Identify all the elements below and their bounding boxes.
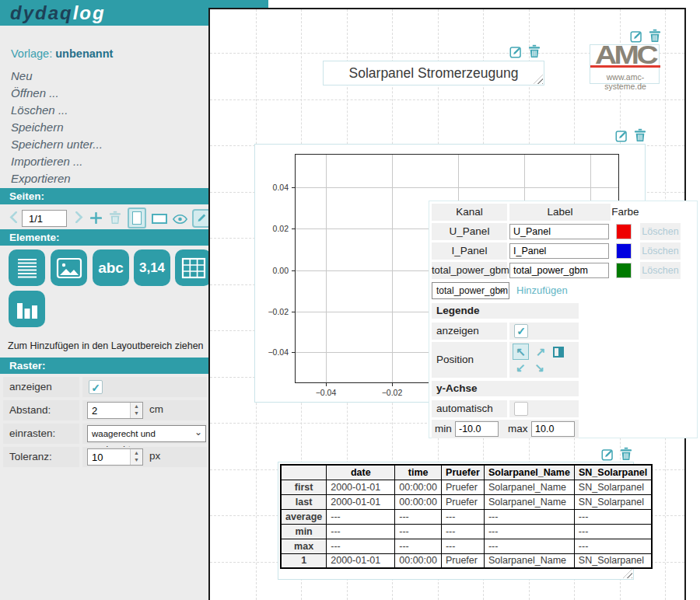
trash-icon[interactable]	[620, 447, 632, 461]
edit-icon[interactable]	[630, 30, 643, 43]
channel-name: I_Panel	[432, 242, 507, 260]
position-outside-button legend-outside-icon[interactable]	[553, 347, 564, 358]
edit-icon[interactable]	[601, 448, 614, 461]
row-label: max	[281, 539, 327, 553]
menu-item-loeschen[interactable]: Löschen ...	[11, 102, 113, 119]
landscape-orientation-toggle[interactable]	[152, 214, 167, 224]
channel-select[interactable]: total_power_gbm ⌄	[432, 282, 509, 299]
page-prev-button[interactable]	[9, 211, 18, 223]
row-label: average	[281, 509, 327, 524]
yaxis-auto-checkbox[interactable]	[514, 402, 528, 416]
yaxis-min-input[interactable]	[455, 421, 499, 437]
menu-item-exportieren[interactable]: Exportieren	[11, 170, 113, 187]
drag-hint-text: Zum Hinzufügen in den Layoutbereich zieh…	[8, 340, 212, 351]
yaxis-max-input[interactable]	[531, 421, 575, 437]
tick-mark	[292, 352, 295, 353]
trash-icon[interactable]	[634, 128, 646, 142]
x-axis-tick-label: −0.04	[316, 388, 337, 397]
grid-snap-select[interactable]: waagerecht und senkrecht ⌄	[87, 425, 206, 442]
page-next-button[interactable]	[75, 211, 83, 223]
statistics-table: date time Pruefer Solarpanel_Name SN_Sol…	[280, 464, 653, 569]
table-cell: Pruefer	[441, 480, 484, 494]
grid-show-row: anzeigen ✓	[3, 377, 205, 397]
legend-show-cell: ✓	[509, 323, 579, 340]
resize-handle[interactable]	[623, 569, 632, 578]
add-page-icon[interactable]	[90, 212, 102, 224]
element-tile-text[interactable]: abc	[93, 249, 129, 286]
spinner-arrows-icon[interactable]: ▲▼	[130, 449, 142, 465]
template-name: unbenannt	[55, 47, 113, 60]
company-logo-element[interactable]: AMC www.amc-systeme.de	[590, 44, 660, 84]
delete-channel-link[interactable]: Löschen	[640, 242, 681, 260]
channel-label-input[interactable]	[509, 263, 609, 278]
y-axis-tick-label: −0.02	[257, 307, 289, 316]
grid-spacing-label: Abstand:	[3, 400, 79, 420]
table-cell: SN_Solarpanel	[574, 480, 652, 494]
chevron-down-icon: ⌄	[194, 424, 202, 440]
position-bottom-right-button arrow-down-right-icon[interactable]: ↘	[535, 361, 545, 373]
delete-channel-link[interactable]: Löschen	[640, 223, 681, 240]
channel-label-input[interactable]	[509, 243, 609, 259]
edit-icon[interactable]	[615, 129, 628, 142]
legend-position-cell: ↖ ↗ ↙ ↘	[509, 342, 579, 378]
table-row: last 2000-01-01 00:00:00 Pruefer Solarpa…	[281, 494, 652, 509]
table-header-cell: SN_Solarpanel	[574, 465, 652, 480]
number-label: 3,14	[139, 260, 165, 276]
table-cell: ---	[327, 539, 395, 553]
title-element-actions	[509, 44, 541, 58]
grid-tolerance-row: Toleranz: ▲▼ px	[3, 447, 205, 467]
grid-spacing-control: ▲▼ cm	[82, 400, 207, 420]
spinner-arrows-icon[interactable]: ▲▼	[130, 403, 142, 418]
delete-page-trash-icon[interactable]	[109, 211, 121, 225]
grid-show-checkbox[interactable]: ✓	[89, 380, 103, 394]
gridline	[392, 155, 393, 382]
table-row: 1 2000-01-01 00:00:00 Pruefer Solarpanel…	[281, 553, 652, 568]
menu-item-speichern-unter[interactable]: Speichern unter...	[11, 136, 113, 153]
column-header-label: Label	[509, 204, 611, 221]
y-axis-tick-label: 0.04	[257, 183, 289, 192]
menu-item-importieren[interactable]: Importieren ...	[11, 153, 113, 170]
element-tile-table[interactable]	[175, 249, 212, 286]
page-indicator-input[interactable]	[22, 210, 67, 227]
edit-icon[interactable]	[509, 45, 523, 58]
trash-icon[interactable]	[649, 29, 661, 43]
grid-tolerance-stepper[interactable]: ▲▼	[87, 448, 143, 466]
table-cell: 00:00:00	[395, 494, 442, 509]
position-bottom-left-button arrow-down-left-icon[interactable]: ↙	[516, 361, 526, 373]
legend-show-checkbox[interactable]: ✓	[514, 324, 528, 338]
position-top-left-button[interactable]: ↖	[513, 344, 529, 360]
element-tile-number[interactable]: 3,14	[134, 249, 170, 286]
check-icon: ✓	[516, 325, 526, 337]
row-label: first	[281, 480, 327, 494]
element-tile-textblock[interactable]	[9, 249, 45, 286]
menu-item-speichern[interactable]: Speichern	[11, 119, 113, 136]
portrait-orientation-toggle[interactable]	[128, 208, 146, 228]
app-logo: dydaqlog	[10, 2, 106, 24]
yaxis-auto-label: automatisch	[432, 400, 507, 417]
title-element[interactable]: Solarpanel Stromerzeugung	[323, 61, 544, 85]
add-channel-link[interactable]: Hinzufügen	[516, 284, 568, 296]
table-cell: Solarpanel_Name	[484, 494, 574, 509]
legend-position-label: Position	[432, 342, 507, 378]
grid-tolerance-unit: px	[149, 450, 160, 462]
channel-color-swatch[interactable]	[616, 263, 632, 278]
trash-icon[interactable]	[528, 44, 541, 58]
element-tile-image[interactable]	[51, 249, 87, 286]
channel-color-swatch[interactable]	[616, 243, 632, 259]
grid-tolerance-input[interactable]	[88, 449, 130, 465]
channel-name: total_power_gbm	[432, 262, 507, 279]
menu-item-oeffnen[interactable]: Öffnen ...	[11, 85, 113, 102]
position-top-right-button arrow-up-right-icon[interactable]: ↗	[536, 346, 546, 358]
delete-channel-link[interactable]: Löschen	[640, 262, 681, 279]
channel-color-swatch[interactable]	[616, 224, 632, 239]
preview-eye-icon[interactable]	[173, 214, 187, 225]
abc-label: abc	[98, 260, 124, 277]
menu-item-neu[interactable]: Neu	[11, 68, 113, 85]
table-cell: ---	[484, 509, 574, 524]
portrait-page-icon	[132, 211, 142, 225]
grid-spacing-stepper[interactable]: ▲▼	[87, 402, 143, 419]
grid-spacing-input[interactable]	[88, 403, 130, 418]
element-tile-chart[interactable]	[9, 291, 45, 327]
channel-label-input[interactable]	[509, 224, 609, 239]
x-axis-tick-label: −0.02	[382, 388, 403, 397]
